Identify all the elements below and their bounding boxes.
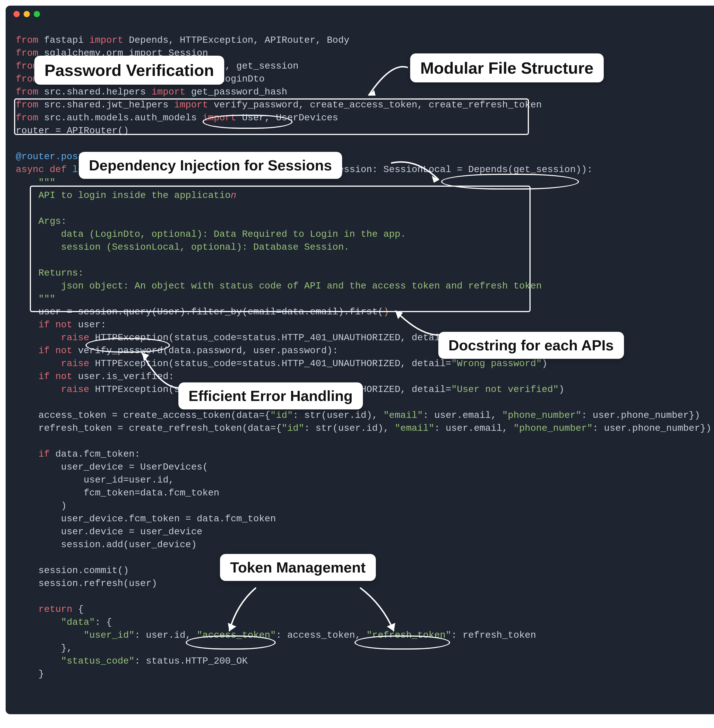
kw-raise: raise [38,333,95,343]
kw-from: from [16,100,38,110]
code-text: : user.id, [135,630,196,641]
code-text: : user.phone_number}) [581,410,700,421]
code-text: access_token = create_access_token(data=… [38,410,270,421]
code-text: ) [38,500,67,511]
code-text: router = APIRouter() [16,126,129,136]
label-efficient-error-handling: Efficient Error Handling [178,382,363,409]
string: "id" [282,423,304,434]
docstring-line: json object: An object with status code … [38,281,542,291]
kw-import: import [152,87,186,97]
kw-from: from [16,112,38,123]
code-text [38,617,61,628]
docstring-line: Returns: [38,268,84,279]
kw-return: return [38,604,78,615]
kw-raise: raise [38,358,95,369]
docstring-italic: n [231,190,236,201]
code-text: session.commit() [38,565,129,576]
code-text: session.add(user_device) [38,539,196,550]
string: "email" [384,410,423,421]
string: "access_token" [196,630,276,641]
code-text: : refresh_token [451,630,536,641]
code-text: user_id=user.id, [38,475,174,485]
code-text: User, UserDevices [236,112,338,123]
code-text: user = session.query(User).filter_by(ema… [38,307,383,317]
kw-from: from [16,87,38,97]
string: "email" [395,423,434,434]
kw-if-not: if not [38,319,78,330]
code-text: src.auth.models.auth_models [38,112,202,123]
code-text: : str(user.id), [293,410,384,421]
maximize-dot[interactable] [34,11,40,17]
titlebar [6,6,714,22]
code-text: user: [78,319,106,330]
docstring-line: data (LoginDto, optional): Data Required… [38,229,406,240]
docstring-quote: """ [38,177,55,188]
code-text: user.device = user_device [38,526,202,537]
code-text: ) [559,384,564,395]
close-dot[interactable] [14,11,20,17]
code-text: : user.email, [423,410,502,421]
docstring-line: API to login inside the applicatio [38,190,231,201]
code-text: }, [38,643,72,653]
string: "User not verified" [451,384,559,395]
string: "Wrong password" [451,358,542,369]
string: "data" [61,617,95,628]
code-text: HTTPException(status_code=status.HTTP_40… [95,333,451,343]
code-text: : { [95,617,112,628]
code-text: src.shared.helpers [38,87,152,97]
label-token-management: Token Management [220,554,376,581]
code-text [38,630,84,641]
code-text: verify_password(data.password, user.pass… [78,345,338,356]
code-text: : user.phone_number}) [593,423,711,434]
kw-if-not: if not [38,345,78,356]
code-text [38,656,61,667]
code-text: { [78,604,84,615]
kw-if-not: if not [38,371,78,382]
kw-raise: raise [38,384,95,395]
code-text: Depends, HTTPException, APIRouter, Body [123,35,350,46]
code-text: : status.HTTP_200_OK [135,656,248,667]
code-text: src.shared.jwt_helpers [38,100,174,110]
kw-from: from [16,48,38,58]
code-text: : user.email, [434,423,513,434]
code-text: get_password_hash [185,87,287,97]
code-text: session.refresh(user) [38,578,157,589]
code-text: refresh_token = create_refresh_token(dat… [38,423,281,434]
string: "status_code" [61,656,135,667]
kw-async-def: async def [16,164,72,175]
string: "refresh_token" [366,630,451,641]
label-docstring-apis: Docstring for each APIs [438,332,624,359]
kw-import: import [174,100,208,110]
label-password-verification: Password Verification [34,56,224,85]
string: "id" [270,410,293,421]
paren: ) [384,307,389,317]
code-text: : str(user.id), [304,423,395,434]
code-text: user.is_verified: [78,371,174,382]
kw-if: if [38,449,55,460]
code-text: user_device.fcm_token = data.fcm_token [38,514,276,524]
code-text: } [38,669,44,679]
code-text: ), session: SessionLocal = Depends(get_s… [316,164,593,175]
code-text: verify_password, create_access_token, cr… [208,100,542,110]
kw-import: import [89,35,123,46]
code-text: user_device = UserDevices( [38,462,208,472]
decorator: @router.post [16,151,84,162]
string: "phone_number" [502,410,581,421]
code-text: data.fcm_token: [56,449,140,460]
kw-import: import [202,112,236,123]
code-text: HTTPException(status_code=status.HTTP_40… [95,358,451,369]
code-text: : access_token, [276,630,367,641]
docstring-line: Args: [38,216,67,227]
minimize-dot[interactable] [24,11,30,17]
docstring-line: session (SessionLocal, optional): Databa… [38,242,350,253]
code-text: ) [542,358,548,369]
code-text: fastapi [38,35,89,46]
string: "user_id" [84,630,135,641]
label-modular-file-structure: Modular File Structure [410,54,604,82]
docstring-quote: """ [38,294,55,304]
code-text: fcm_token=data.fcm_token [38,488,219,498]
code-window: from fastapi import Depends, HTTPExcepti… [6,6,714,714]
label-dependency-injection: Dependency Injection for Sessions [79,152,342,179]
string: "phone_number" [513,423,592,434]
kw-from: from [16,35,38,46]
